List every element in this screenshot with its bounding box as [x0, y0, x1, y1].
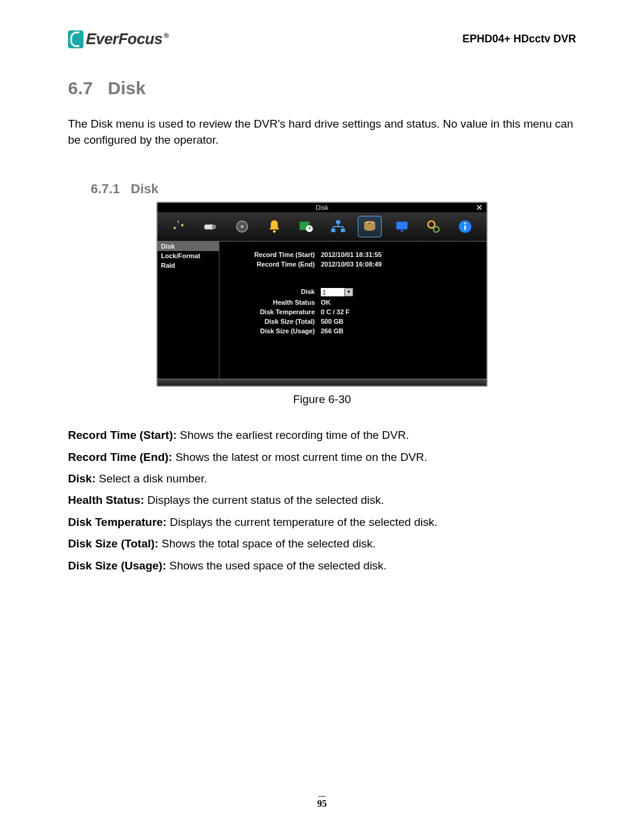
temp-label: Disk Temperature	[225, 308, 321, 315]
record-start-value: 2012/10/01 18:31:55	[321, 251, 382, 258]
sidebar-item-lockformat[interactable]: Lock/Format	[157, 251, 219, 261]
record-icon[interactable]	[231, 216, 254, 237]
svg-rect-20	[465, 225, 466, 230]
svg-point-7	[273, 230, 275, 233]
svg-rect-11	[331, 229, 335, 233]
disk-label: Disk	[225, 288, 321, 296]
sidebar-item-raid[interactable]: Raid	[157, 261, 219, 270]
page-header: EverFocus® EPHD04+ HDcctv DVR	[68, 30, 576, 48]
svg-point-18	[434, 227, 439, 232]
svg-point-14	[369, 222, 371, 225]
disk-icon[interactable]	[358, 216, 382, 237]
disk-select[interactable]: 1 ▼	[321, 288, 353, 296]
subsection-heading: 6.7.1 Disk	[91, 181, 576, 197]
record-end-value: 2012/10/03 16:08:49	[321, 261, 382, 268]
disk-select-value: 1	[321, 289, 345, 296]
dvr-titlebar: Disk ✕	[157, 203, 487, 212]
svg-rect-15	[396, 222, 407, 230]
display-icon[interactable]	[390, 216, 413, 237]
network-icon[interactable]	[326, 216, 349, 237]
svg-marker-2	[181, 224, 184, 227]
def-health: Health Status: Displays the current stat…	[68, 491, 576, 509]
size-total-value: 500 GB	[321, 318, 343, 325]
settings-icon[interactable]	[422, 216, 445, 237]
figure-caption: Figure 6-30	[68, 393, 576, 406]
svg-point-4	[212, 225, 216, 229]
info-icon[interactable]	[454, 216, 477, 237]
def-size-total: Disk Size (Total): Shows the total space…	[68, 535, 576, 553]
dvr-sidebar: Disk Lock/Format Raid	[157, 241, 219, 379]
svg-point-21	[465, 222, 466, 224]
alarm-icon[interactable]	[262, 216, 286, 237]
def-temp: Disk Temperature: Displays the current t…	[68, 513, 576, 531]
datetime-icon[interactable]	[295, 216, 318, 237]
health-value: OK	[321, 299, 331, 306]
size-usage-value: 266 GB	[321, 327, 343, 335]
dvr-screenshot: Disk ✕	[156, 202, 488, 387]
brand-logo: EverFocus®	[68, 30, 169, 48]
record-start-label: Record Time (Start)	[225, 251, 321, 258]
section-intro: The Disk menu is used to review the DVR'…	[68, 116, 576, 148]
svg-rect-12	[340, 229, 345, 233]
temp-value: 0 C / 32 F	[321, 308, 349, 315]
camera-icon[interactable]	[199, 216, 222, 237]
dvr-title: Disk	[315, 204, 328, 211]
close-icon[interactable]: ✕	[476, 203, 483, 212]
definitions-list: Record Time (Start): Shows the earliest …	[68, 426, 576, 575]
logo-mark-icon	[68, 30, 83, 48]
def-record-start: Record Time (Start): Shows the earliest …	[68, 426, 576, 444]
section-heading: 6.7 Disk	[68, 78, 576, 98]
dvr-content: Record Time (Start) 2012/10/01 18:31:55 …	[219, 241, 487, 379]
chevron-down-icon[interactable]: ▼	[345, 288, 353, 296]
def-record-end: Record Time (End): Shows the latest or m…	[68, 448, 576, 466]
def-size-usage: Disk Size (Usage): Shows the used space …	[68, 557, 576, 575]
svg-rect-16	[400, 230, 403, 231]
page-number: 95	[0, 792, 644, 809]
svg-rect-10	[336, 221, 340, 224]
svg-marker-1	[177, 221, 178, 224]
dvr-bottombar	[157, 379, 487, 386]
size-total-label: Disk Size (Total)	[225, 318, 321, 325]
health-label: Health Status	[225, 299, 321, 306]
product-name: EPHD04+ HDcctv DVR	[462, 33, 576, 45]
dvr-toolbar	[157, 212, 487, 241]
brand-name: EverFocus®	[86, 30, 169, 48]
svg-marker-0	[173, 227, 176, 230]
svg-point-6	[241, 225, 244, 228]
def-disk: Disk: Select a disk number.	[68, 470, 576, 488]
record-end-label: Record Time (End)	[225, 261, 321, 268]
size-usage-label: Disk Size (Usage)	[225, 327, 321, 335]
sidebar-item-disk[interactable]: Disk	[157, 241, 219, 251]
wizard-icon[interactable]	[167, 216, 190, 237]
